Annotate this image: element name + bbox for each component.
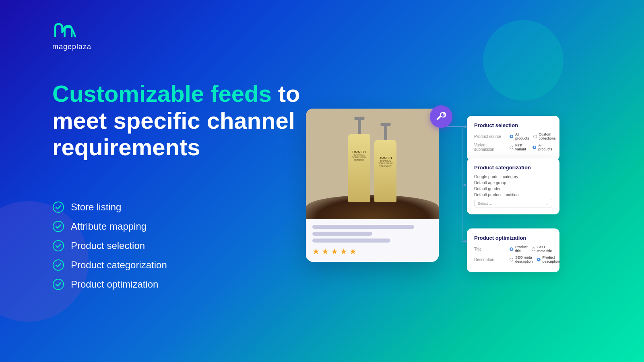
bottle-sub-left: BOTANICALSCALP SERUMSHAMPOO [350, 154, 369, 162]
pump-head-right [380, 123, 390, 126]
radio-first-variant-label: First variant [515, 143, 528, 151]
radio-all-variants[interactable] [533, 146, 536, 149]
headline: Customizable feeds to meet specific chan… [52, 80, 300, 161]
radio-product-title[interactable] [510, 247, 513, 251]
radio-product-desc[interactable] [537, 258, 541, 261]
svg-point-3 [53, 260, 64, 270]
feature-item-1: Store listing [52, 201, 167, 213]
headline-area: Customizable feeds to meet specific chan… [52, 80, 300, 161]
radio-custom-collections[interactable] [533, 135, 537, 138]
pump-head-left [354, 117, 364, 120]
svg-marker-11 [463, 183, 466, 187]
feature-label-2: Attribute mapping [71, 221, 147, 232]
feature-item-5: Product optimization [52, 278, 167, 290]
product-card: ROOTH BOTANICALSCALP SERUMSHAMPOO ROOTH … [306, 109, 439, 262]
feature-label-5: Product optimization [71, 279, 158, 290]
description-options[interactable]: SEO meta description Product description [510, 255, 560, 263]
logo-icon [52, 20, 80, 40]
logo-area: mageplaza [52, 20, 91, 51]
star-2: ★ [322, 247, 329, 256]
title-row: Title Product title SEO meta title [474, 245, 552, 253]
logo-text: mageplaza [52, 43, 91, 51]
gender-row: Default gender [474, 187, 552, 191]
svg-point-0 [53, 202, 64, 212]
radio-first-variant[interactable] [510, 146, 513, 149]
description-row: Description SEO meta description Product… [474, 255, 552, 263]
product-line-2 [312, 232, 372, 236]
svg-point-2 [53, 241, 64, 251]
check-icon-2 [52, 220, 64, 232]
svg-marker-10 [463, 125, 466, 128]
star-4: ★ [340, 247, 347, 256]
star-1: ★ [312, 247, 320, 256]
bottle-label-left: ROOTH BOTANICALSCALP SERUMSHAMPOO [350, 150, 369, 162]
product-source-label: Product source [474, 134, 506, 139]
pump-left [358, 120, 361, 134]
condition-label: Default product condition [474, 193, 519, 197]
radio-seo-meta-title[interactable] [532, 247, 535, 251]
product-source-options[interactable]: All products Custom collections [510, 132, 556, 140]
bottle-right: ROOTH BOTANICALSCALP SERUMTREATMENT [374, 140, 396, 202]
bottle-container: ROOTH BOTANICALSCALP SERUMSHAMPOO ROOTH … [348, 134, 396, 202]
check-icon-3 [52, 240, 64, 252]
radio-product-title-label: Product title [515, 245, 528, 253]
check-icon-1 [52, 201, 64, 213]
bottle-brand-left: ROOTH [350, 150, 369, 154]
tool-button[interactable] [430, 105, 452, 128]
feature-label-1: Store listing [71, 202, 121, 213]
star-5: ★ [349, 247, 357, 256]
radio-all-variants-label: All products [538, 143, 552, 151]
radio-seo-meta-desc-label: SEO meta description [515, 255, 533, 263]
card-categorization-title: Product categorization [474, 165, 552, 171]
variant-submission-label: Variant submission [474, 143, 506, 152]
pump-right [384, 126, 387, 140]
feature-label-3: Product selection [71, 240, 145, 251]
star-row: ★ ★ ★ ★ ★ [312, 247, 432, 256]
svg-point-5 [437, 118, 438, 119]
variant-submission-options[interactable]: First variant All products [510, 143, 552, 151]
radio-custom-collections-label: Custom collections [539, 132, 556, 140]
svg-point-4 [53, 279, 64, 290]
card-product-categorization: Product categorization Google product ca… [467, 158, 559, 214]
select-box[interactable]: Select ... ⌄ [474, 199, 552, 208]
headline-highlight: Customizable feeds [52, 80, 272, 107]
select-placeholder: Select ... [478, 202, 492, 206]
feature-item-2: Attribute mapping [52, 220, 167, 232]
condition-row: Default product condition [474, 193, 552, 197]
svg-marker-12 [463, 240, 466, 243]
title-options[interactable]: Product title SEO meta title [510, 245, 552, 253]
card-selection-title: Product selection [474, 122, 552, 128]
product-source-row: Product source All products Custom colle… [474, 132, 552, 140]
bottle-sub-right: BOTANICALSCALP SERUMTREATMENT [376, 160, 395, 168]
product-line-1 [312, 225, 414, 229]
chevron-down-icon: ⌄ [545, 201, 549, 206]
age-group-label: Default age group [474, 181, 506, 185]
card-product-selection: Product selection Product source All pro… [467, 116, 559, 160]
product-image-area: ROOTH BOTANICALSCALP SERUMSHAMPOO ROOTH … [306, 109, 439, 219]
bottle-label-right: ROOTH BOTANICALSCALP SERUMTREATMENT [376, 156, 395, 168]
product-info: ★ ★ ★ ★ ★ [306, 219, 439, 262]
radio-all-products-label: All products [515, 132, 529, 140]
check-icon-5 [52, 278, 64, 290]
feature-item-3: Product selection [52, 240, 167, 252]
product-line-3 [312, 239, 390, 243]
variant-submission-row: Variant submission First variant All pro… [474, 143, 552, 152]
svg-point-1 [53, 221, 64, 232]
star-3: ★ [331, 247, 338, 256]
radio-seo-meta-desc[interactable] [510, 258, 513, 261]
feature-item-4: Product categorization [52, 259, 167, 271]
feature-list: Store listing Attribute mapping Product … [52, 201, 167, 290]
age-group-row: Default age group [474, 181, 552, 185]
bottle-brand-right: ROOTH [376, 156, 395, 160]
wrench-icon [436, 111, 447, 122]
bottle-left: ROOTH BOTANICALSCALP SERUMSHAMPOO [348, 134, 370, 202]
card-product-optimization: Product optimization Title Product title… [467, 228, 559, 272]
product-lines [312, 225, 432, 243]
google-category-label: Google product category [474, 175, 518, 179]
card-optimization-title: Product optimization [474, 235, 552, 241]
radio-all-products[interactable] [510, 135, 513, 138]
optimization-title-label: Title [474, 247, 506, 251]
feature-label-4: Product categorization [71, 259, 167, 271]
radio-product-desc-label: Product description [543, 255, 560, 263]
optimization-description-label: Description [474, 257, 506, 262]
